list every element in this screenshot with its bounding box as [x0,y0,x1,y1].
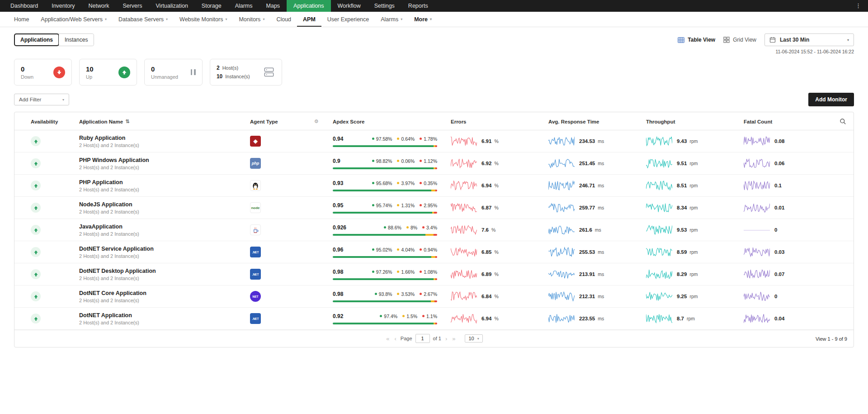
topnav-item-inventory[interactable]: Inventory [45,0,81,12]
apdex-breakdown: 95.68% 3.97% 0.35% [372,181,437,186]
errors-sparkline [451,180,477,191]
column-errors[interactable]: Errors [451,119,548,124]
subnav-item-database-servers[interactable]: Database Servers▾ [113,12,174,27]
hosts-instances-card[interactable]: 2Host(s) 10Instance(s) [210,59,282,86]
table-row[interactable]: JavaApplication 2 Host(s) and 2 Instance… [14,219,854,241]
topnav-item-virtualization[interactable]: Virtualization [149,0,195,12]
topnav-item-servers[interactable]: Servers [116,0,149,12]
application-name-link[interactable]: Ruby Application [79,135,250,141]
agent-type-cell: node [250,202,333,213]
errors-unit: % [494,205,498,210]
throughput-unit: rpm [689,227,698,233]
column-avg-response-time[interactable]: Avg. Response Time [548,119,646,124]
application-name-link[interactable]: DotNET Service Application [79,246,250,252]
subnav-item-cloud[interactable]: Cloud [270,12,297,27]
topnav-item-network[interactable]: Network [82,0,116,12]
satisfied-percent: 97.58% [376,136,392,142]
topnav-item-dashboard[interactable]: Dashboard [4,0,45,12]
subnav-item-user-experience[interactable]: User Experience [321,12,375,27]
time-range-label: Last 30 Min [780,37,809,43]
application-name-link[interactable]: JavaApplication [79,224,250,230]
errors-cell: 6.84 % [451,290,548,302]
application-name-link[interactable]: DotNET Application [79,312,250,319]
column-fatal-count[interactable]: Fatal Count [744,119,833,124]
down-count-card[interactable]: 0 Down [14,59,72,86]
table-row[interactable]: DotNET Desktop Application 2 Host(s) and… [14,263,854,286]
throughput-unit: rpm [687,316,695,321]
up-count-card[interactable]: 10 Up [79,59,137,86]
table-row[interactable]: NodeJS Application 2 Host(s) and 2 Insta… [14,197,854,219]
unmanaged-count-card[interactable]: 0 Unmanaged [144,59,203,86]
application-subtext: 2 Host(s) and 2 Instance(s) [79,143,250,148]
table-row[interactable]: Ruby Application 2 Host(s) and 2 Instanc… [14,130,854,152]
topnav-item-applications[interactable]: Applications [287,0,330,12]
subnav-item-application-web-servers[interactable]: Application/Web Servers▾ [35,12,113,27]
application-name-link[interactable]: NodeJS Application [79,201,250,208]
sort-icon[interactable]: ⇅ [125,119,129,124]
kebab-menu-icon[interactable]: ⋮ [849,0,868,12]
topnav-item-reports[interactable]: Reports [401,0,435,12]
table-view-button[interactable]: Table View [678,37,715,43]
topnav-item-storage[interactable]: Storage [195,0,228,12]
unmanaged-count-value: 0 [151,65,178,73]
apdex-breakdown: 88.6% 8% 3.4% [384,225,437,230]
table-row[interactable]: PHP Application 2 Host(s) and 2 Instance… [14,175,854,197]
topnav-item-alarms[interactable]: Alarms [228,0,259,12]
tolerating-dot-icon [397,271,399,273]
subnav-item-more[interactable]: More▾ [408,12,438,27]
topnav-item-settings[interactable]: Settings [368,0,401,12]
pause-icon [191,69,196,75]
subnav-item-label: Home [14,16,29,23]
subnav-item-home[interactable]: Home [8,12,35,27]
column-agent-type[interactable]: Agent Type ⚙ [250,119,333,124]
response-time-sparkline [548,202,575,214]
apdex-breakdown: 98.82% 0.06% 1.12% [372,158,437,164]
column-availability[interactable]: Availability ⚙ [14,119,79,124]
previous-page-button[interactable]: ‹ [393,335,397,342]
toggle-applications[interactable]: Applications [14,34,59,46]
dotnet-core-icon: NET [250,291,261,302]
grid-view-button[interactable]: Grid View [723,37,756,43]
table-row[interactable]: DotNET Service Application 2 Host(s) and… [14,241,854,263]
next-page-button[interactable]: › [444,335,448,342]
topnav-item-maps[interactable]: Maps [259,0,287,12]
table-row[interactable]: DotNET Core Application 2 Host(s) and 2 … [14,286,854,308]
grid-view-label: Grid View [733,37,756,43]
satisfied-dot-icon [372,248,374,251]
time-span-text: 11-06-2024 15:52 - 11-06-2024 16:22 [775,49,854,54]
application-name-link[interactable]: PHP Application [79,179,250,186]
last-page-button[interactable]: » [451,335,456,342]
fatal-count-sparkline [744,224,770,236]
add-filter-dropdown[interactable]: Add Filter ▾ [14,94,69,105]
subnav-item-website-monitors[interactable]: Website Monitors▾ [174,12,233,27]
frustrated-dot-icon [420,271,422,273]
table-row[interactable]: PHP Windows Application 2 Host(s) and 2 … [14,152,854,175]
column-application-name[interactable]: Application Name ⇅ [79,119,250,124]
column-apdex-score[interactable]: Apdex Score [333,119,451,124]
instances-label: Instance(s) [225,74,250,79]
application-name-link[interactable]: DotNET Desktop Application [79,268,250,274]
tolerating-percent: 4.04% [401,247,415,252]
toggle-instances[interactable]: Instances [59,34,94,46]
sub-navbar: HomeApplication/Web Servers▾Database Ser… [0,12,868,27]
column-throughput[interactable]: Throughput [646,119,744,124]
subnav-item-alarms[interactable]: Alarms▾ [375,12,408,27]
page-size-select[interactable]: 10 ▾ [465,334,482,343]
response-time-unit: ms [598,183,604,188]
subnav-item-apm[interactable]: APM [297,12,321,27]
application-name-link[interactable]: PHP Windows Application [79,157,250,163]
table-search-button[interactable] [833,118,854,125]
column-avg-response-time-label: Avg. Response Time [548,119,599,124]
first-page-button[interactable]: « [385,335,390,342]
tolerating-dot-icon [402,315,405,317]
application-name-link[interactable]: DotNET Core Application [79,290,250,296]
table-row[interactable]: DotNET Application 2 Host(s) and 2 Insta… [14,308,854,330]
add-monitor-button[interactable]: Add Monitor [808,93,854,106]
column-settings-icon[interactable]: ⚙ [314,119,319,124]
time-range-select[interactable]: Last 30 Min ▾ [764,33,854,46]
subnav-item-monitors[interactable]: Monitors▾ [233,12,270,27]
avg-response-time-cell: 255.53 ms [548,246,646,258]
page-number-input[interactable] [415,334,430,343]
apdex-bar [333,234,437,236]
topnav-item-workflow[interactable]: Workflow [331,0,368,12]
